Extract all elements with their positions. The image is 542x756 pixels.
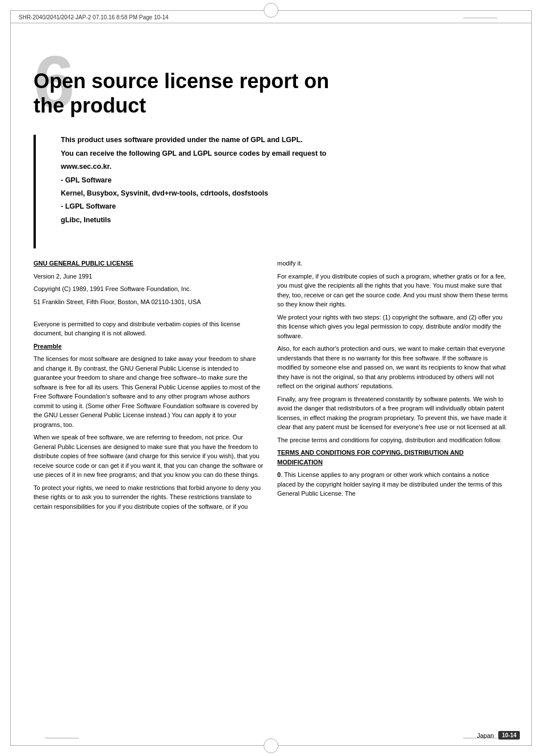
circle-top-decoration [264, 3, 278, 18]
chapter-title: Open source license report on the produc… [34, 69, 531, 118]
intro-line5: Kernel, Busybox, Sysvinit, dvd+rw-tools,… [61, 188, 326, 199]
right-column: modify it. For example, if you distribut… [277, 259, 508, 514]
intro-block: This product uses software provided unde… [61, 135, 326, 237]
terms-p0: 0. This License applies to any program o… [277, 470, 508, 499]
two-column-layout: GNU GENERAL PUBLIC LICENSE Version 2, Ju… [34, 259, 508, 514]
preamble-label: Preamble [34, 343, 62, 350]
left-bar-decoration [34, 135, 36, 248]
terms-title: TERMS AND CONDITIONS FOR COPYING, DISTRI… [277, 449, 464, 466]
page-border: SHR-2040/2041/2042-JAP-2 07.10.16 8:58 P… [10, 10, 532, 746]
right-p4: Also, for each author's protection and o… [277, 344, 508, 391]
bottom-line-left [45, 738, 79, 738]
bottom-line-right [463, 738, 497, 738]
right-p3: We protect your rights with two steps: (… [277, 313, 508, 341]
version-line: Version 2, June 1991 [34, 272, 265, 281]
chapter-title-block: Open source license report on the produc… [34, 69, 531, 118]
top-line-right [463, 18, 497, 18]
preamble-text: The licenses for most software are desig… [34, 354, 265, 429]
intro-line3: www.sec.co.kr. [61, 161, 326, 172]
gnu-license-title: GNU GENERAL PUBLIC LICENSE [34, 260, 134, 267]
preamble-p2: When we speak of free software, we are r… [34, 433, 265, 480]
right-p6: The precise terms and conditions for cop… [277, 435, 508, 445]
intro-line2: You can receive the following GPL and LG… [61, 148, 326, 159]
intro-line6: - LGPL Software [61, 201, 326, 212]
right-p2: For example, if you distribute copies of… [277, 272, 508, 309]
address-line: 51 Franklin Street, Fifth Floor, Boston,… [34, 297, 265, 307]
intro-line4: - GPL Software [61, 175, 326, 186]
circle-bottom-decoration [264, 738, 278, 753]
right-p5: Finally, any free program is threatened … [277, 394, 508, 432]
left-column: GNU GENERAL PUBLIC LICENSE Version 2, Ju… [34, 259, 265, 514]
intro-line1: This product uses software provided unde… [61, 135, 326, 146]
terms-p0-text: . This License applies to any program or… [277, 471, 502, 497]
page-badge: 10-14 [498, 731, 520, 740]
copyright-line: Copyright (C) 1989, 1991 Free Software F… [34, 284, 265, 294]
intro-section: This product uses software provided unde… [34, 135, 508, 248]
top-bar-text: SHR-2040/2041/2042-JAP-2 07.10.16 8:58 P… [19, 14, 169, 20]
top-line-left [45, 18, 79, 18]
preamble-p3: To protect your rights, we need to make … [34, 483, 265, 512]
right-p1: modify it. [277, 259, 508, 268]
intro-line7: gLibc, Inetutils [61, 215, 326, 226]
everyone-permitted: Everyone is permitted to copy and distri… [34, 319, 265, 338]
